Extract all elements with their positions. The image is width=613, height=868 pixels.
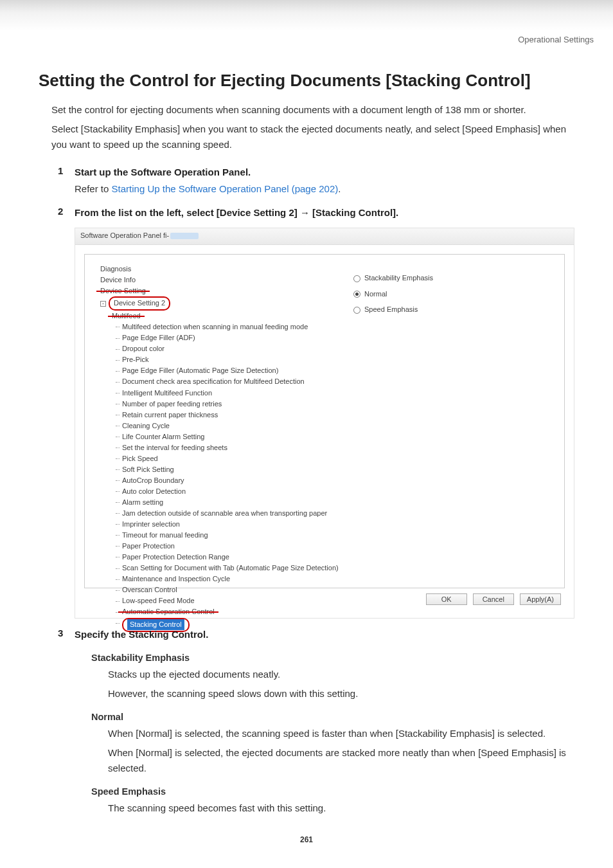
tree-multifeed-label: Multifeed	[112, 312, 141, 320]
tree-device-setting[interactable]: Device Setting	[94, 285, 339, 296]
tree-auto-separation-label: Automatic Separation Control	[122, 608, 215, 615]
tree-item[interactable]: Set the interval for feeding sheets	[94, 442, 339, 453]
tree-device-info[interactable]: Device Info	[94, 275, 339, 285]
dialog-title-masked	[170, 233, 199, 239]
radio-icon	[353, 307, 360, 314]
def-speed-term: Speed Emphasis	[91, 786, 574, 797]
tree-item[interactable]: Page Edge Filler (Automatic Page Size De…	[94, 365, 339, 376]
tree-item[interactable]: Overscan Control	[94, 584, 339, 595]
link-sop-startup[interactable]: Starting Up the Software Operation Panel…	[112, 183, 339, 194]
tree-item[interactable]: Cleaning Cycle	[94, 420, 339, 431]
radio-icon	[353, 275, 360, 282]
step-3-title: Specify the Stacking Control.	[75, 628, 574, 642]
def-normal-line1: When [Normal] is selected, the scanning …	[108, 726, 574, 741]
tree-item[interactable]: Maintenance and Inspection Cycle	[94, 574, 339, 584]
tree-item[interactable]: Dropout color	[94, 343, 339, 354]
radio-label: Normal	[364, 290, 387, 298]
tree-item[interactable]: Imprinter selection	[94, 519, 339, 530]
def-speed-line1: The scanning speed becomes fast with thi…	[108, 800, 574, 816]
radio-stackability[interactable]: Stackability Emphasis	[353, 274, 553, 282]
tree-multifeed[interactable]: Multifeed	[94, 311, 339, 321]
page-top-shadow	[0, 0, 613, 31]
tree-auto-separation[interactable]: Automatic Separation Control	[94, 606, 339, 617]
tree-item[interactable]: Timeout for manual feeding	[94, 530, 339, 541]
step-1-body: Refer to Starting Up the Software Operat…	[75, 181, 574, 197]
tree-item[interactable]: Auto color Detection	[94, 486, 339, 497]
dialog-options: Stackability Emphasis Normal Speed Empha…	[343, 261, 558, 581]
tree-item[interactable]: Document check area specification for Mu…	[94, 376, 339, 387]
step-1-body-prefix: Refer to	[75, 183, 112, 194]
step-2-title: From the list on the left, select [Devic…	[75, 206, 574, 221]
tree-item[interactable]: Life Counter Alarm Setting	[94, 431, 339, 442]
header-section-label: Operational Settings	[0, 31, 613, 50]
tree-item[interactable]: Number of paper feeding retries	[94, 399, 339, 410]
tree-item[interactable]: Soft Pick Setting	[94, 464, 339, 475]
tree-item[interactable]: Low-speed Feed Mode	[94, 595, 339, 606]
tree-item[interactable]: Pick Speed	[94, 453, 339, 464]
tree-item[interactable]: Paper Protection Detection Range	[94, 552, 339, 563]
tree-item[interactable]: Retain current paper thickness	[94, 410, 339, 420]
tree-item[interactable]: Intelligent Multifeed Function	[94, 388, 339, 399]
cancel-button[interactable]: Cancel	[473, 593, 514, 605]
apply-button[interactable]: Apply(A)	[520, 593, 561, 605]
tree-item[interactable]: Alarm setting	[94, 497, 339, 508]
step-1-body-suffix: .	[338, 183, 341, 194]
step-1: Start up the Software Operation Panel. R…	[58, 165, 574, 197]
tree-device-setting2[interactable]: -Device Setting 2	[94, 296, 339, 311]
def-normal-line2: When [Normal] is selected, the ejected d…	[108, 745, 574, 776]
tree-item[interactable]: Multifeed detection when scanning in man…	[94, 321, 339, 332]
radio-speed[interactable]: Speed Emphasis	[353, 305, 553, 314]
tree-item[interactable]: AutoCrop Boundary	[94, 475, 339, 486]
step-2: From the list on the left, select [Devic…	[58, 206, 574, 619]
intro-block: Set the control for ejecting documents w…	[51, 102, 574, 152]
def-stackability-term: Stackability Emphasis	[91, 653, 574, 663]
intro-paragraph-2: Select [Stackability Emphasis] when you …	[51, 122, 574, 152]
sop-dialog: Software Operation Panel fi- Diagnosis D…	[75, 228, 574, 619]
tree-item[interactable]: Pre-Pick	[94, 354, 339, 365]
def-normal-term: Normal	[91, 712, 574, 722]
page-number: 261	[39, 835, 574, 844]
tree-collapse-icon[interactable]: -	[100, 301, 106, 307]
tree-item[interactable]: Page Edge Filler (ADF)	[94, 332, 339, 343]
def-stackability-line2: However, the scanning speed slows down w…	[108, 686, 574, 701]
radio-label: Speed Emphasis	[364, 305, 418, 313]
radio-normal[interactable]: Normal	[353, 290, 553, 298]
tree-item[interactable]: Scan Setting for Document with Tab (Auto…	[94, 563, 339, 574]
intro-paragraph-1: Set the control for ejecting documents w…	[51, 102, 574, 118]
radio-label: Stackability Emphasis	[364, 274, 433, 282]
def-stackability-line1: Stacks up the ejected documents neatly.	[108, 667, 574, 682]
tree-item[interactable]: Jam detection outside of scannable area …	[94, 508, 339, 519]
ok-button[interactable]: OK	[426, 593, 467, 605]
tree-diagnosis[interactable]: Diagnosis	[94, 264, 339, 275]
tree-device-setting-label: Device Setting	[100, 287, 146, 294]
page-content: Setting the Control for Ejecting Documen…	[0, 50, 613, 868]
tree-item[interactable]: Paper Protection	[94, 541, 339, 552]
dialog-title-text: Software Operation Panel fi-	[80, 231, 169, 239]
step-1-title: Start up the Software Operation Panel.	[75, 165, 574, 180]
tree-device-setting2-label: Device Setting 2	[109, 296, 170, 311]
step-3: Specify the Stacking Control. Stackabili…	[58, 628, 574, 816]
radio-icon	[353, 291, 360, 298]
page-title: Setting the Control for Ejecting Documen…	[39, 71, 574, 91]
dialog-titlebar: Software Operation Panel fi-	[75, 228, 574, 245]
dialog-tree: Diagnosis Device Info Device Setting -De…	[91, 261, 343, 581]
